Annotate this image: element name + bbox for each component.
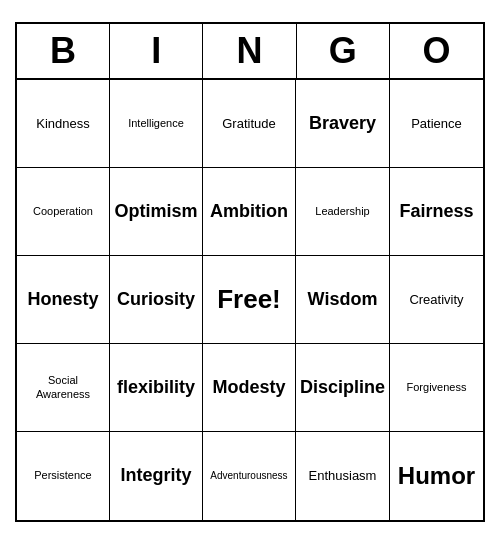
cell-text: flexibility — [117, 377, 195, 399]
bingo-cell: Enthusiasm — [296, 432, 390, 520]
bingo-cell: Discipline — [296, 344, 390, 432]
cell-text: Integrity — [120, 465, 191, 487]
bingo-cell: Curiosity — [110, 256, 203, 344]
bingo-cell: Modesty — [203, 344, 296, 432]
cell-text: Enthusiasm — [309, 468, 377, 484]
header-letter: O — [390, 24, 483, 78]
cell-text: Forgiveness — [407, 381, 467, 394]
cell-text: Discipline — [300, 377, 385, 399]
cell-text: Cooperation — [33, 205, 93, 218]
cell-text: Fairness — [399, 201, 473, 223]
header-letter: B — [17, 24, 110, 78]
cell-text: Optimism — [114, 201, 197, 223]
cell-text: Intelligence — [128, 117, 184, 130]
cell-text: Bravery — [309, 113, 376, 135]
bingo-cell: Fairness — [390, 168, 483, 256]
cell-text: Gratitude — [222, 116, 275, 132]
bingo-cell: Forgiveness — [390, 344, 483, 432]
bingo-card: BINGO KindnessIntelligenceGratitudeBrave… — [15, 22, 485, 522]
cell-text: Free! — [217, 284, 281, 315]
bingo-cell: Honesty — [17, 256, 110, 344]
header-letter: I — [110, 24, 203, 78]
cell-text: Adventurousness — [210, 470, 287, 482]
cell-text: Persistence — [34, 469, 91, 482]
bingo-cell: Intelligence — [110, 80, 203, 168]
bingo-cell: Wisdom — [296, 256, 390, 344]
header-letter: N — [203, 24, 296, 78]
bingo-cell: Adventurousness — [203, 432, 296, 520]
bingo-cell: Creativity — [390, 256, 483, 344]
cell-text: Patience — [411, 116, 462, 132]
cell-text: Social Awareness — [21, 374, 105, 400]
bingo-cell: Social Awareness — [17, 344, 110, 432]
cell-text: Creativity — [409, 292, 463, 308]
cell-text: Ambition — [210, 201, 288, 223]
bingo-cell: flexibility — [110, 344, 203, 432]
bingo-cell: Optimism — [110, 168, 203, 256]
bingo-cell: Ambition — [203, 168, 296, 256]
header-letter: G — [297, 24, 390, 78]
bingo-cell: Persistence — [17, 432, 110, 520]
cell-text: Honesty — [27, 289, 98, 311]
bingo-cell: Gratitude — [203, 80, 296, 168]
bingo-cell: Bravery — [296, 80, 390, 168]
cell-text: Curiosity — [117, 289, 195, 311]
cell-text: Modesty — [212, 377, 285, 399]
bingo-cell: Patience — [390, 80, 483, 168]
bingo-grid: KindnessIntelligenceGratitudeBraveryPati… — [17, 80, 483, 520]
cell-text: Humor — [398, 462, 475, 491]
bingo-cell: Kindness — [17, 80, 110, 168]
bingo-cell: Cooperation — [17, 168, 110, 256]
cell-text: Wisdom — [308, 289, 378, 311]
bingo-cell: Humor — [390, 432, 483, 520]
bingo-cell: Integrity — [110, 432, 203, 520]
bingo-header: BINGO — [17, 24, 483, 80]
cell-text: Leadership — [315, 205, 369, 218]
bingo-cell: Leadership — [296, 168, 390, 256]
cell-text: Kindness — [36, 116, 89, 132]
bingo-cell: Free! — [203, 256, 296, 344]
